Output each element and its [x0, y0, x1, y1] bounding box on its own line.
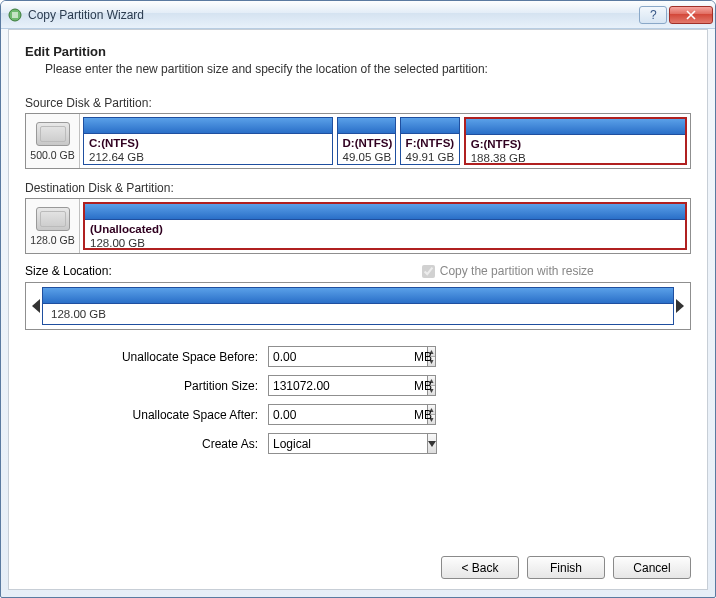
partition-size: 212.64 GB: [89, 150, 327, 164]
dest-disk-row: 128.0 GB (Unallocated)128.00 GB: [25, 198, 691, 254]
unalloc-after-spinner[interactable]: ▲▼: [268, 404, 408, 425]
partition-name: D:(NTFS): [343, 136, 390, 150]
create-as-combo[interactable]: [268, 433, 408, 454]
resize-bar-container: 128.00 GB: [25, 282, 691, 330]
unit-label: MB: [408, 408, 448, 422]
create-as-value[interactable]: [268, 433, 427, 454]
copy-resize-checkbox[interactable]: [422, 265, 435, 278]
partition-size-spinner[interactable]: ▲▼: [268, 375, 408, 396]
harddisk-icon: [36, 122, 70, 146]
partition-size-input[interactable]: [268, 375, 427, 396]
source-disk-row: 500.0 GB C:(NTFS)212.64 GBD:(NTFS)49.05 …: [25, 113, 691, 169]
size-form: Unallocate Space Before: ▲▼ MB Partition…: [25, 346, 691, 454]
titlebar[interactable]: Copy Partition Wizard ?: [1, 1, 715, 29]
close-button[interactable]: [669, 6, 713, 24]
partition-name: F:(NTFS): [406, 136, 454, 150]
resize-partition-bar[interactable]: 128.00 GB: [42, 287, 674, 325]
dest-partitions: (Unallocated)128.00 GB: [80, 199, 690, 253]
unalloc-before-label: Unallocate Space Before:: [25, 350, 268, 364]
chevron-down-icon[interactable]: [427, 433, 437, 454]
source-disk-capacity: 500.0 GB: [30, 149, 74, 161]
svg-text:?: ?: [650, 10, 657, 20]
svg-rect-1: [12, 12, 18, 18]
page-title: Edit Partition: [25, 44, 691, 59]
app-icon: [7, 7, 23, 23]
copy-resize-checkbox-wrap: Copy the partition with resize: [422, 264, 594, 278]
help-button[interactable]: ?: [639, 6, 667, 24]
partition-block[interactable]: F:(NTFS)49.91 GB: [400, 117, 460, 165]
wizard-window: Copy Partition Wizard ? Edit Partition P…: [0, 0, 716, 598]
unit-label: MB: [408, 379, 448, 393]
cancel-button[interactable]: Cancel: [613, 556, 691, 579]
partition-name: G:(NTFS): [471, 137, 680, 151]
harddisk-icon: [36, 207, 70, 231]
partition-block[interactable]: C:(NTFS)212.64 GB: [83, 117, 333, 165]
copy-resize-label: Copy the partition with resize: [440, 264, 594, 278]
dest-disk-icon[interactable]: 128.0 GB: [26, 199, 80, 253]
finish-button[interactable]: Finish: [527, 556, 605, 579]
partition-block[interactable]: (Unallocated)128.00 GB: [83, 202, 687, 250]
client-area: Edit Partition Please enter the new part…: [8, 29, 708, 590]
page-subtitle: Please enter the new partition size and …: [45, 62, 691, 76]
partition-name: C:(NTFS): [89, 136, 327, 150]
window-title: Copy Partition Wizard: [28, 8, 637, 22]
button-bar: < Back Finish Cancel: [25, 546, 691, 579]
back-button[interactable]: < Back: [441, 556, 519, 579]
partition-block[interactable]: G:(NTFS)188.38 GB: [464, 117, 687, 165]
dest-label: Destination Disk & Partition:: [25, 181, 691, 195]
unalloc-before-spinner[interactable]: ▲▼: [268, 346, 408, 367]
resize-handle-right[interactable]: [674, 287, 686, 325]
unalloc-after-label: Unallocate Space After:: [25, 408, 268, 422]
partition-size: 128.00 GB: [90, 236, 680, 248]
source-label: Source Disk & Partition:: [25, 96, 691, 110]
partition-size-label: Partition Size:: [25, 379, 268, 393]
partition-size: 188.38 GB: [471, 151, 680, 163]
source-partitions: C:(NTFS)212.64 GBD:(NTFS)49.05 GBF:(NTFS…: [80, 114, 690, 168]
partition-size: 49.05 GB: [343, 150, 390, 164]
source-disk-icon[interactable]: 500.0 GB: [26, 114, 80, 168]
partition-block[interactable]: D:(NTFS)49.05 GB: [337, 117, 396, 165]
resize-handle-left[interactable]: [30, 287, 42, 325]
unalloc-after-input[interactable]: [268, 404, 427, 425]
create-as-label: Create As:: [25, 437, 268, 451]
unit-label: MB: [408, 350, 448, 364]
sizeloc-label: Size & Location:: [25, 264, 112, 278]
dest-disk-capacity: 128.0 GB: [30, 234, 74, 246]
resize-bar-size: 128.00 GB: [51, 308, 106, 320]
unalloc-before-input[interactable]: [268, 346, 427, 367]
partition-name: (Unallocated): [90, 222, 680, 236]
partition-size: 49.91 GB: [406, 150, 454, 164]
